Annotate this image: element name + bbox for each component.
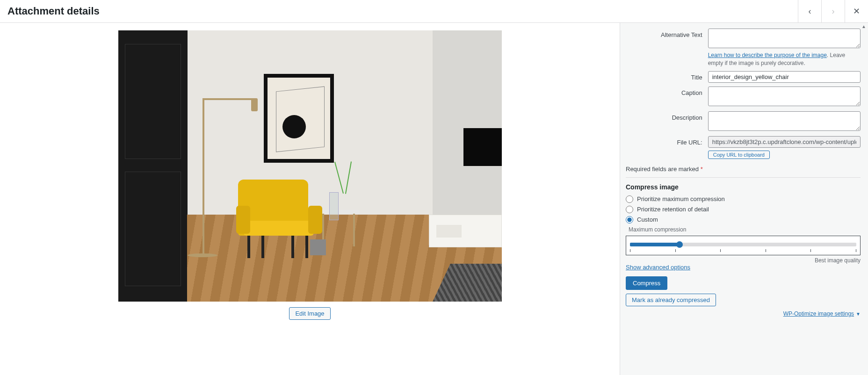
compress-button[interactable]: Compress	[626, 276, 667, 290]
modal-header: Attachment details ‹ › ✕	[0, 0, 868, 23]
required-fields-note: Required fields are marked *	[626, 166, 861, 173]
caption-input[interactable]	[708, 87, 861, 106]
alt-text-help-link[interactable]: Learn how to describe the purpose of the…	[708, 52, 827, 58]
compress-option-custom[interactable]: Custom	[626, 216, 861, 224]
media-panel: Edit Image	[0, 23, 620, 375]
slider-ticks	[629, 249, 857, 252]
prev-button[interactable]: ‹	[798, 0, 821, 22]
title-input[interactable]	[708, 71, 861, 83]
file-url-input[interactable]	[708, 136, 861, 148]
alt-text-row: Alternative Text Learn how to describe t…	[626, 29, 861, 67]
slider-fill	[630, 243, 680, 246]
edit-image-button[interactable]: Edit Image	[289, 307, 330, 320]
compress-label-max: Prioritize maximum compression	[637, 195, 725, 202]
description-label: Description	[626, 111, 708, 121]
compress-radio-max[interactable]	[626, 195, 633, 203]
show-advanced-link[interactable]: Show advanced options	[626, 264, 690, 271]
mark-compressed-button[interactable]: Mark as already compressed	[626, 294, 716, 306]
file-url-label: File URL:	[626, 136, 708, 146]
compress-label-detail: Prioritize retention of detail	[637, 206, 709, 213]
slider-left-label: Maximum compression	[626, 226, 861, 233]
compress-radio-custom[interactable]	[626, 216, 633, 224]
details-panel[interactable]: ▲ Alternative Text Learn how to describe…	[620, 23, 868, 375]
slider-track[interactable]	[630, 243, 856, 246]
chevron-left-icon: ‹	[809, 7, 811, 16]
compress-option-max[interactable]: Prioritize maximum compression	[626, 195, 861, 203]
caption-row: Caption	[626, 87, 861, 108]
compress-buttons: Compress Mark as already compressed	[626, 276, 861, 306]
description-row: Description	[626, 111, 861, 132]
alt-text-help: Learn how to describe the purpose of the…	[708, 51, 861, 67]
file-url-row: File URL: Copy URL to clipboard	[626, 136, 861, 159]
description-input[interactable]	[708, 111, 861, 131]
close-icon: ✕	[853, 6, 860, 16]
copy-url-button[interactable]: Copy URL to clipboard	[708, 151, 770, 159]
compress-option-detail[interactable]: Prioritize retention of detail	[626, 206, 861, 213]
slider-thumb[interactable]	[676, 241, 683, 248]
footer-link-row: WP-Optimize image settings▼	[626, 310, 861, 317]
required-asterisk: *	[701, 166, 703, 173]
quality-slider[interactable]	[626, 236, 861, 255]
title-row: Title	[626, 71, 861, 83]
scroll-up-icon: ▲	[861, 24, 866, 29]
modal-title: Attachment details	[7, 5, 100, 17]
alt-text-input[interactable]	[708, 29, 861, 48]
caption-label: Caption	[626, 87, 708, 96]
triangle-down-icon: ▼	[856, 311, 861, 317]
chevron-right-icon: ›	[832, 7, 835, 16]
close-button[interactable]: ✕	[845, 0, 868, 22]
attachment-details-modal: Attachment details ‹ › ✕	[0, 0, 868, 375]
title-label: Title	[626, 71, 708, 81]
alt-text-label: Alternative Text	[626, 29, 708, 38]
slider-right-label: Best image quality	[626, 257, 861, 264]
next-button[interactable]: ›	[821, 0, 845, 22]
compress-section-title: Compress image	[626, 183, 861, 191]
separator	[626, 177, 861, 178]
compress-radio-detail[interactable]	[626, 206, 633, 213]
wp-optimize-settings-link[interactable]: WP-Optimize image settings	[783, 310, 854, 317]
compress-label-custom: Custom	[637, 216, 658, 223]
attachment-image	[118, 30, 502, 302]
modal-body: Edit Image ▲ Alternative Text Learn how …	[0, 23, 868, 375]
header-actions: ‹ › ✕	[798, 0, 868, 22]
